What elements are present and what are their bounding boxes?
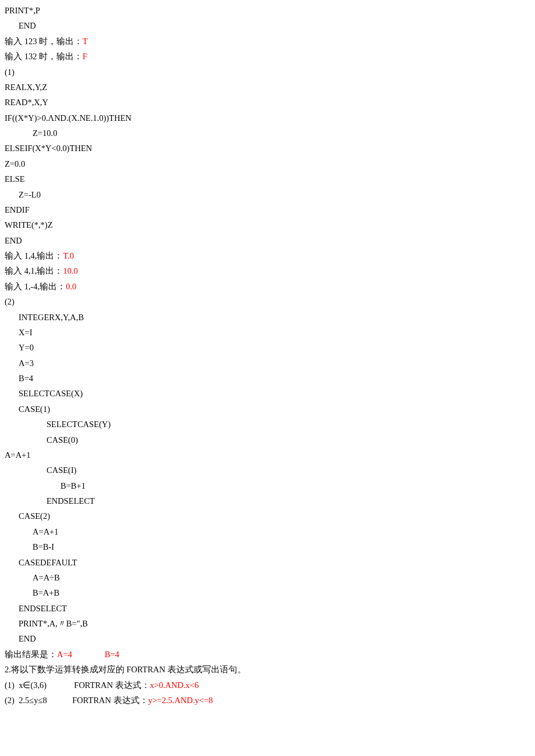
- line-text: A=A÷B: [33, 573, 60, 582]
- text-line: 输入 132 时，输出：F: [5, 49, 530, 64]
- line-text: 输出结果是：: [5, 650, 57, 659]
- answer-text: T: [83, 37, 88, 46]
- text-line: 输入 1,4,输出：T.0: [5, 248, 530, 263]
- line-text: ENDSELECT: [47, 496, 95, 506]
- line-text: (2) 2.5≤y≤8 FORTRAN 表达式：: [5, 696, 148, 705]
- text-line: A=3: [5, 356, 530, 371]
- answer-text: T.0: [63, 251, 74, 260]
- text-line: Z=-L0: [5, 187, 530, 202]
- text-line: B=A+B: [5, 585, 530, 600]
- text-line: A=A+1: [5, 447, 530, 463]
- line-text: Y=0: [19, 343, 34, 352]
- text-line: ENDSELECT: [5, 601, 530, 616]
- text-line: IF((X*Y)>0.ΛND.(X.NE.1.0))THEN: [5, 110, 530, 126]
- line-text: END: [19, 634, 36, 643]
- text-line: 输入 4,1,输出：10.0: [5, 263, 530, 278]
- line-text: IF((X*Y)>0.ΛND.(X.NE.1.0))THEN: [5, 113, 131, 123]
- text-line: PRINT*,P: [5, 3, 530, 18]
- text-line: 2.将以下数学运算转换成对应的 FORTRAN 表达式或写出语句。: [5, 662, 530, 677]
- line-text: ENDIF: [5, 205, 30, 214]
- line-text: CASE(I): [47, 465, 77, 475]
- text-line: Z=0.0: [5, 156, 530, 171]
- line-text: 输入 1,-4,输出：: [5, 282, 66, 291]
- line-text: REALX,Y,Z: [5, 83, 47, 92]
- text-line: CASE(0): [5, 432, 530, 447]
- text-line: (1): [5, 65, 530, 80]
- text-line: READ*,X,Y: [5, 95, 530, 110]
- answer-text: y>=2.5.AND.y<=8: [148, 696, 213, 705]
- line-text: A=3: [19, 359, 34, 368]
- text-line: END: [5, 233, 530, 248]
- line-text: A=A+1: [5, 450, 31, 460]
- text-line: WRITE(*,*)Z: [5, 217, 530, 232]
- text-line: SELECTCASE(Y): [5, 417, 530, 432]
- line-text: SELECTCASE(Y): [47, 420, 110, 429]
- text-line: 输入 1,-4,输出：0.0: [5, 279, 530, 294]
- line-text: A=A+1: [33, 527, 59, 536]
- line-text: B=4: [19, 374, 33, 383]
- line-text: ENDSELECT: [19, 604, 67, 613]
- line-text: (1) x∈(3,6) FORTRAN 表达式：: [5, 680, 150, 690]
- line-text: B=A+B: [33, 588, 59, 597]
- line-text: END: [5, 236, 22, 245]
- line-text: X=I: [19, 328, 32, 337]
- line-text: Z=-L0: [19, 190, 41, 199]
- text-line: (2): [5, 294, 530, 309]
- text-line: A=A÷B: [5, 570, 530, 585]
- answer-text: 0.0: [66, 282, 76, 291]
- line-text: INTEGERX,Y,A,B: [19, 313, 84, 322]
- text-line: B=4: [5, 371, 530, 386]
- line-text: Z=0.0: [5, 159, 25, 169]
- line-text: SELECTCASE(X): [19, 389, 83, 398]
- line-text: Z=10.0: [33, 128, 57, 138]
- text-line: END: [5, 631, 530, 646]
- text-line: 输出结果是：A=4B=4: [5, 647, 530, 662]
- answer-text: 10.0: [63, 266, 77, 275]
- line-text: PRINT*,P: [5, 6, 40, 15]
- line-text: B=B+1: [60, 481, 85, 490]
- text-line: ENDIF: [5, 202, 530, 217]
- text-line: B=B+1: [5, 478, 530, 493]
- document-body: PRINT*,PEND输入 123 时，输出：T输入 132 时，输出：F(1)…: [5, 3, 530, 708]
- text-line: ELSE: [5, 171, 530, 187]
- text-line: REALX,Y,Z: [5, 80, 530, 95]
- text-line: END: [5, 18, 530, 33]
- text-line: CASEDEFAULT: [5, 555, 530, 570]
- text-line: CASE(I): [5, 463, 530, 478]
- line-text: B=B-I: [33, 542, 54, 551]
- line-text: CASE(1): [19, 404, 50, 414]
- text-line: Z=10.0: [5, 126, 530, 141]
- line-text: 输入 1,4,输出：: [5, 251, 63, 260]
- text-line: B=B-I: [5, 539, 530, 554]
- line-text: 2.将以下数学运算转换成对应的 FORTRAN 表达式或写出语句。: [5, 665, 246, 674]
- line-text: PRINT*,A,〃B=",B: [19, 619, 88, 628]
- text-line: A=A+1: [5, 524, 530, 539]
- line-text: END: [19, 21, 36, 30]
- text-line: CASE(1): [5, 402, 530, 417]
- answer-text: A=4: [57, 650, 72, 659]
- line-text: 输入 4,1,输出：: [5, 266, 63, 275]
- text-line: X=I: [5, 325, 530, 340]
- text-line: 输入 123 时，输出：T: [5, 34, 530, 49]
- line-text: CASE(2): [19, 511, 50, 521]
- line-text: READ*,X,Y: [5, 98, 48, 107]
- answer-text: B=4: [105, 650, 119, 659]
- line-text: WRITE(*,*)Z: [5, 220, 53, 230]
- text-line: (1) x∈(3,6) FORTRAN 表达式：x>0.AND.x<6: [5, 678, 530, 693]
- text-line: ENDSELECT: [5, 493, 530, 508]
- line-text: 输入 123 时，输出：: [5, 37, 83, 46]
- text-line: (2) 2.5≤y≤8 FORTRAN 表达式：y>=2.5.AND.y<=8: [5, 693, 530, 708]
- line-text: ELSE: [5, 174, 25, 184]
- answer-text: x>0.AND.x<6: [150, 680, 199, 690]
- text-line: CASE(2): [5, 508, 530, 524]
- text-line: Y=0: [5, 340, 530, 355]
- text-line: INTEGERX,Y,A,B: [5, 310, 530, 325]
- answer-text: F: [83, 52, 87, 61]
- line-text: CASE(0): [47, 435, 78, 445]
- line-text: ELSEIF(X*Y<0.0)THEN: [5, 144, 92, 153]
- text-line: PRINT*,A,〃B=",B: [5, 616, 530, 631]
- text-line: SELECTCASE(X): [5, 386, 530, 401]
- line-text: 输入 132 时，输出：: [5, 52, 83, 61]
- text-line: ELSEIF(X*Y<0.0)THEN: [5, 141, 530, 156]
- line-text: CASEDEFAULT: [19, 558, 77, 567]
